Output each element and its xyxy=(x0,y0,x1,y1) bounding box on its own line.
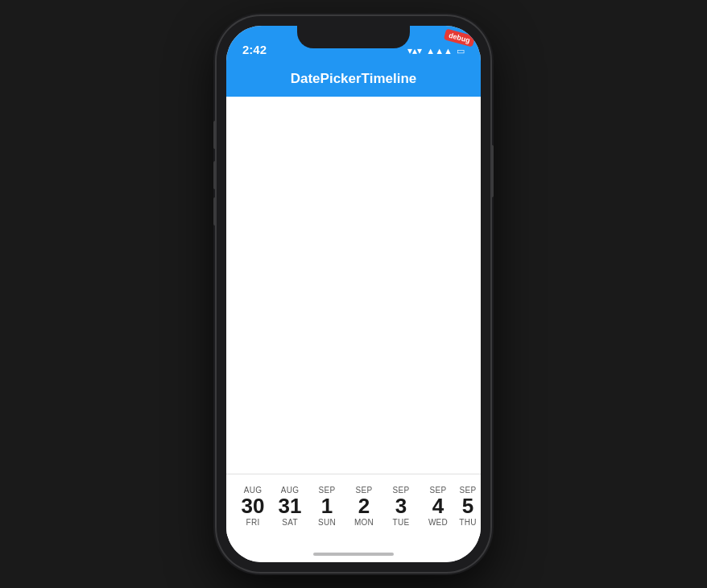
date-day-label: MON xyxy=(354,518,374,527)
signal-icon: ▲▲▲ xyxy=(426,46,453,56)
date-item[interactable]: SEP 4 WED xyxy=(420,481,457,532)
date-item[interactable]: SEP 3 TUE xyxy=(382,481,420,532)
date-item[interactable]: SEP 2 MON xyxy=(345,481,382,532)
battery-icon: ▭ xyxy=(457,46,465,56)
date-item[interactable]: SEP 1 SUN xyxy=(308,481,345,532)
date-number-label: 1 xyxy=(321,495,333,518)
home-indicator xyxy=(313,553,394,556)
phone-frame: debug 2:42 ▾▴▾ ▲▲▲ ▭ DatePickerTimeline … xyxy=(217,16,490,572)
date-item[interactable]: AUG 31 SAT xyxy=(271,481,308,532)
phone-screen: debug 2:42 ▾▴▾ ▲▲▲ ▭ DatePickerTimeline … xyxy=(226,26,481,562)
date-number-label: 2 xyxy=(358,495,370,518)
date-number-label: 3 xyxy=(395,495,407,518)
date-day-label: FRI xyxy=(246,518,259,527)
date-day-label: THU xyxy=(459,518,476,527)
content-area: AUG 30 FRI AUG 31 SAT SEP 1 SUN SEP 2 MO… xyxy=(226,97,481,562)
date-day-label: WED xyxy=(428,518,448,527)
date-day-label: TUE xyxy=(393,518,410,527)
date-number-label: 4 xyxy=(432,495,444,518)
nav-bar: DatePickerTimeline xyxy=(226,61,481,97)
nav-title: DatePickerTimeline xyxy=(291,71,417,87)
date-item[interactable]: SEP 5 THU xyxy=(457,481,479,532)
date-number-label: 31 xyxy=(279,495,302,518)
date-number-label: 30 xyxy=(242,495,265,518)
date-day-label: SAT xyxy=(282,518,298,527)
date-day-label: SUN xyxy=(318,518,336,527)
date-item[interactable]: AUG 30 FRI xyxy=(234,481,271,532)
date-timeline[interactable]: AUG 30 FRI AUG 31 SAT SEP 1 SUN SEP 2 MO… xyxy=(226,474,481,538)
date-number-label: 5 xyxy=(462,495,473,518)
wifi-icon: ▾▴▾ xyxy=(407,45,422,56)
notch xyxy=(297,26,410,48)
